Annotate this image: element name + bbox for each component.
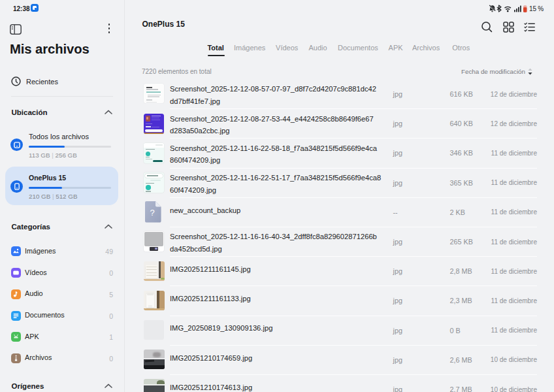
svg-text:?: ?	[150, 208, 154, 218]
